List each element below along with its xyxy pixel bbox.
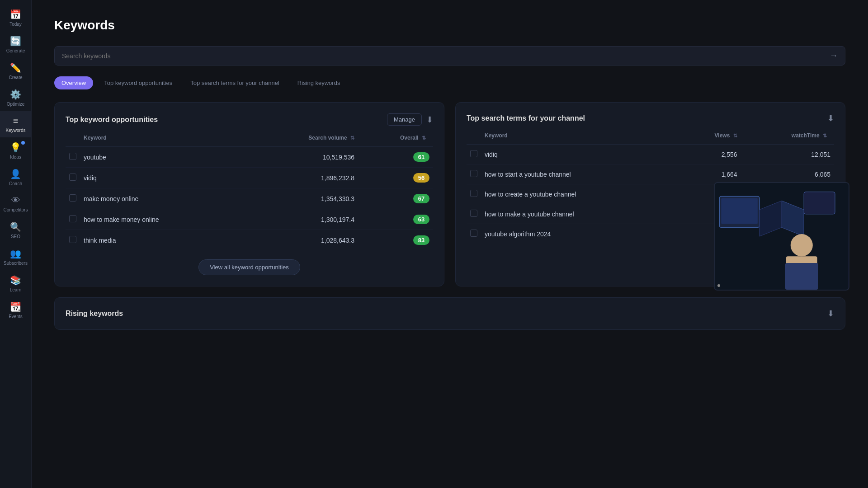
main-content: Keywords → Overview Top keyword opportun… (32, 0, 868, 488)
keyword-opportunities-card: Top keyword opportunities Manage ⬇ Keywo… (54, 102, 444, 286)
col-keyword-right-header: Keyword (481, 132, 680, 145)
row-search-volume: 10,519,536 (249, 147, 358, 168)
col-keyword-header: Keyword (80, 135, 249, 147)
svg-point-6 (791, 234, 813, 256)
top-search-terms-title: Top search terms for your channel (467, 114, 585, 122)
sidebar-label-optimize: Optimize (7, 102, 24, 107)
row-views: 1,664 (680, 164, 741, 184)
sidebar-label-generate: Generate (6, 48, 25, 53)
col-checkbox (66, 135, 80, 147)
row-keyword-right: how to start a youtube channel (481, 164, 680, 184)
video-placeholder (715, 183, 849, 290)
video-dot-1 (717, 284, 720, 287)
table-row: vidiq 1,896,232.8 56 (66, 168, 433, 188)
generate-icon: 🔄 (10, 36, 21, 47)
coach-icon: 👤 (10, 169, 21, 179)
sidebar-item-optimize[interactable]: ⚙️ Optimize (0, 84, 31, 111)
sidebar-label-seo: SEO (11, 234, 20, 239)
sidebar-label-keywords: Keywords (6, 128, 26, 133)
keywords-icon: ≡ (13, 116, 19, 126)
sidebar-item-keywords[interactable]: ≡ Keywords (0, 111, 31, 137)
row-watchtime: 6,065 (741, 164, 834, 184)
search-input[interactable] (62, 52, 830, 60)
row-checkbox-right[interactable] (467, 224, 481, 244)
video-bg-svg (715, 183, 849, 290)
keyword-opportunities-header: Top keyword opportunities Manage ⬇ (66, 113, 433, 126)
two-column-layout: Top keyword opportunities Manage ⬇ Keywo… (54, 102, 845, 286)
tab-rising-keywords[interactable]: Rising keywords (290, 76, 348, 89)
competitors-icon: 👁 (11, 195, 20, 206)
search-arrow-icon: → (830, 51, 838, 61)
row-watchtime: 12,051 (741, 145, 834, 164)
svg-rect-8 (785, 263, 818, 290)
row-checkbox-right[interactable] (467, 145, 481, 164)
seo-icon: 🔍 (10, 221, 21, 232)
create-icon: ✏️ (10, 62, 21, 73)
row-checkbox-right[interactable] (467, 184, 481, 204)
col-overall-header[interactable]: Overall ⇅ (358, 135, 433, 147)
download-rising-icon[interactable]: ⬇ (827, 309, 834, 319)
ideas-notification-dot (21, 141, 25, 145)
sidebar-label-competitors: Competitors (4, 207, 28, 212)
sidebar-item-ideas[interactable]: 💡 Ideas (0, 137, 31, 164)
row-keyword-right: vidiq (481, 145, 680, 164)
row-score: 67 (358, 188, 433, 209)
sidebar-item-learn[interactable]: 📚 Learn (0, 270, 31, 297)
row-checkbox-right[interactable] (467, 204, 481, 224)
row-keyword-right: how to create a youtube channel (481, 184, 680, 204)
page-title: Keywords (54, 18, 845, 33)
events-icon: 📆 (10, 301, 21, 312)
table-row: youtube 10,519,536 61 (66, 147, 433, 168)
sidebar-label-ideas: Ideas (10, 155, 21, 160)
top-search-terms-card: Top search terms for your channel ⬇ Keyw… (455, 102, 845, 286)
row-search-volume: 1,028,643.3 (249, 230, 358, 251)
learn-icon: 📚 (10, 275, 21, 286)
view-all-keywords-button[interactable]: View all keyword opportunities (198, 259, 300, 275)
sidebar-label-learn: Learn (10, 287, 22, 292)
col-views-header[interactable]: Views ⇅ (680, 132, 741, 145)
manage-button[interactable]: Manage (387, 113, 422, 126)
sidebar-item-subscribers[interactable]: 👥 Subscribers (0, 244, 31, 270)
sidebar-item-coach[interactable]: 👤 Coach (0, 164, 31, 191)
today-icon: 📅 (10, 9, 21, 20)
top-search-terms-header: Top search terms for your channel ⬇ (467, 113, 834, 123)
sidebar-item-events[interactable]: 📆 Events (0, 297, 31, 324)
row-keyword-right: youtube algorithm 2024 (481, 224, 680, 244)
row-checkbox[interactable] (66, 147, 80, 168)
table-row: vidiq 2,556 12,051 (467, 145, 834, 164)
keyword-opportunities-table: Keyword Search volume ⇅ Overall ⇅ youtub… (66, 135, 433, 250)
keyword-opportunities-actions: Manage ⬇ (387, 113, 433, 126)
rising-keywords-section: Rising keywords ⬇ (54, 297, 845, 330)
download-icon[interactable]: ⬇ (426, 115, 433, 125)
row-keyword: make money online (80, 188, 249, 209)
col-search-volume-header[interactable]: Search volume ⇅ (249, 135, 358, 147)
col-watchtime-header[interactable]: watchTime ⇅ (741, 132, 834, 145)
download-search-terms-icon[interactable]: ⬇ (827, 113, 834, 123)
sidebar-item-today[interactable]: 📅 Today (0, 5, 31, 31)
row-checkbox[interactable] (66, 230, 80, 251)
row-search-volume: 1,354,330.3 (249, 188, 358, 209)
row-checkbox[interactable] (66, 209, 80, 230)
sidebar-label-events: Events (9, 314, 23, 319)
sidebar-item-seo[interactable]: 🔍 SEO (0, 217, 31, 244)
row-checkbox[interactable] (66, 168, 80, 188)
rising-keywords-title: Rising keywords (66, 310, 123, 318)
row-keyword-right: how to make a youtube channel (481, 204, 680, 224)
subscribers-icon: 👥 (10, 248, 21, 259)
tab-overview[interactable]: Overview (54, 76, 93, 89)
sidebar: 📅 Today 🔄 Generate ✏️ Create ⚙️ Optimize… (0, 0, 32, 488)
rising-keywords-header: Rising keywords ⬇ (66, 309, 834, 319)
sidebar-item-competitors[interactable]: 👁 Competitors (0, 191, 31, 217)
sidebar-label-create: Create (9, 75, 22, 80)
row-keyword: vidiq (80, 168, 249, 188)
ideas-icon: 💡 (10, 142, 21, 153)
row-checkbox-right[interactable] (467, 164, 481, 184)
row-checkbox[interactable] (66, 188, 80, 209)
tab-top-keyword-opportunities[interactable]: Top keyword opportunities (97, 76, 179, 89)
row-keyword: think media (80, 230, 249, 251)
keyword-opportunities-title: Top keyword opportunities (66, 116, 158, 124)
tab-top-search-terms[interactable]: Top search terms for your channel (183, 76, 287, 89)
search-bar-wrapper: → (54, 46, 845, 66)
sidebar-item-generate[interactable]: 🔄 Generate (0, 31, 31, 58)
sidebar-item-create[interactable]: ✏️ Create (0, 58, 31, 84)
